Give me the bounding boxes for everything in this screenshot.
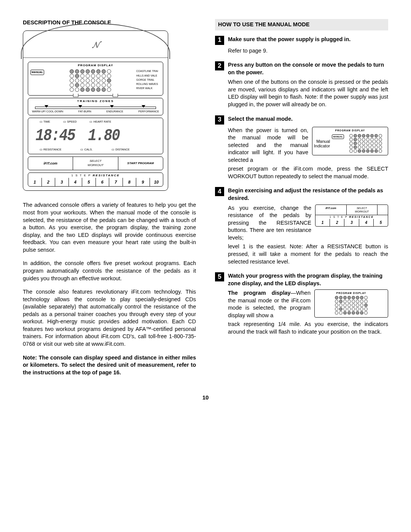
step-3-badge: 3 — [215, 115, 224, 125]
step-2-body: When one of the buttons on the console i… — [228, 78, 388, 108]
program-display-panel: PROGRAM DISPLAY MANUAL COASTLINE TRAI HI… — [28, 62, 163, 96]
step-1-body: Refer to page 9. — [228, 47, 388, 55]
left-note: Note: The console can display speed and … — [23, 354, 196, 377]
left-para-1: The advanced console offers a variety of… — [23, 201, 196, 254]
page-number: 10 — [23, 394, 388, 401]
res-10: 10 — [150, 178, 163, 187]
left-para-3: The console also features revolutionary … — [23, 288, 196, 348]
lcd-hr-label: HEART RATE — [89, 120, 111, 124]
tz-1: WARM-UP/ COOL-DOWN — [32, 110, 63, 113]
lcd-speed-label: SPEED — [63, 120, 77, 124]
step-1-badge: 1 — [215, 36, 224, 45]
step-5-lead: The program display — [228, 290, 291, 296]
step-5-figure: PROGRAM DISPLAY — [314, 289, 388, 318]
manual-indicator-label-1: Manual — [314, 139, 330, 144]
course-2: HILLS AND VALE — [136, 73, 161, 78]
button-row: iFIT.com SELECTWORKOUT START PROGRAM — [28, 157, 163, 170]
mini-select: SELECTWORKOUT — [347, 205, 378, 215]
step-5-badge: 5 — [215, 272, 224, 281]
step-3-title: Select the manual mode. — [228, 115, 388, 123]
left-para-2: In addition, the console offers five pre… — [23, 260, 196, 282]
manual-indicator-label-2: Indicator — [314, 144, 330, 148]
mini-pd-label: PROGRAM DISPLAY — [314, 129, 386, 133]
mini-pd2-label: PROGRAM DISPLAY — [317, 292, 386, 295]
res-9: 9 — [136, 178, 150, 187]
res-8: 8 — [123, 178, 137, 187]
step-4-figure: iFIT.com SELECTWORKOUT 1 S T E P RESISTA… — [315, 204, 388, 227]
res-6: 6 — [96, 178, 110, 187]
course-1: COASTLINE TRAI — [136, 69, 161, 73]
step-5-title: Watch your progress with the program dis… — [228, 272, 388, 287]
lcd-left-value: 18:45 — [35, 125, 75, 147]
training-zones-panel: TRAINING ZONES WARM-UP/ COOL-DOWN FAT-BU… — [28, 98, 163, 115]
console-logo-icon: 𝓝 — [92, 39, 99, 51]
start-program-button: START PROGRAM — [118, 157, 163, 170]
lcd-right-value: 1.80 — [88, 125, 119, 147]
lcd-time-label: TIME — [40, 120, 50, 124]
resistance-panel: 1 S T E P RESISTANCE 1 2 3 4 5 6 7 8 9 1… — [28, 173, 163, 187]
lcd-panel: TIME SPEED HEART RATE 18:45 1.80 RESISTA… — [28, 118, 163, 155]
program-display-label: PROGRAM DISPLAY — [30, 64, 161, 68]
tz-4: PERFORMANCE — [139, 110, 159, 113]
step-4-title: Begin exercising and adjust the resistan… — [228, 187, 388, 202]
lcd-resistance-label: RESISTANCE — [40, 148, 61, 152]
step-4-badge: 4 — [215, 187, 224, 196]
tz-3: ENDURANCE — [107, 110, 123, 113]
step-1-title: Make sure that the power supply is plugg… — [228, 36, 388, 43]
res-4: 4 — [69, 178, 83, 187]
lcd-cals-label: CALS. — [80, 148, 92, 152]
res-1: 1 — [28, 178, 42, 187]
lcd-distance-label: DISTANCE — [112, 148, 129, 152]
step-2-badge: 2 — [215, 61, 224, 70]
mini-ifit: iFIT.com — [315, 205, 347, 215]
ifit-button: iFIT.com — [28, 157, 73, 170]
step-3-figure: PROGRAM DISPLAY Manual Indicator MANUAL — [312, 127, 388, 156]
step-4-body-a: As you exercise, change the resistance o… — [228, 205, 311, 241]
res-2: 2 — [42, 178, 56, 187]
course-3: GORGE TRAIL — [136, 78, 161, 82]
step-3-body-b: preset program or the iFit.com mode, pre… — [228, 165, 388, 180]
step-4-body-b: level 1 is the easiest. Note: After a RE… — [228, 243, 388, 265]
res-3: 3 — [55, 178, 69, 187]
mini-manual-chip: MANUAL — [332, 134, 344, 139]
tz-2: FAT-BURN — [78, 110, 91, 113]
right-header: HOW TO USE THE MANUAL MODE — [215, 19, 388, 30]
step-2-title: Press any button on the console or move … — [228, 61, 388, 76]
res-5: 5 — [82, 178, 96, 187]
course-4: ROLLING WAVES — [136, 82, 161, 86]
manual-indicator: MANUAL — [30, 70, 44, 75]
training-zones-label: TRAINING ZONES — [31, 99, 160, 104]
console-diagram: 𝓝 PROGRAM DISPLAY MANUAL COASTLINE TRAI — [23, 30, 168, 191]
step-3-body-a: When the power is turned on, the manual … — [228, 127, 308, 163]
res-7: 7 — [109, 178, 123, 187]
course-5: RIVER WALK — [136, 86, 161, 90]
step-5-body-b: track representing 1/4 mile. As you exer… — [228, 321, 388, 335]
select-workout-button: SELECTWORKOUT — [73, 157, 118, 170]
